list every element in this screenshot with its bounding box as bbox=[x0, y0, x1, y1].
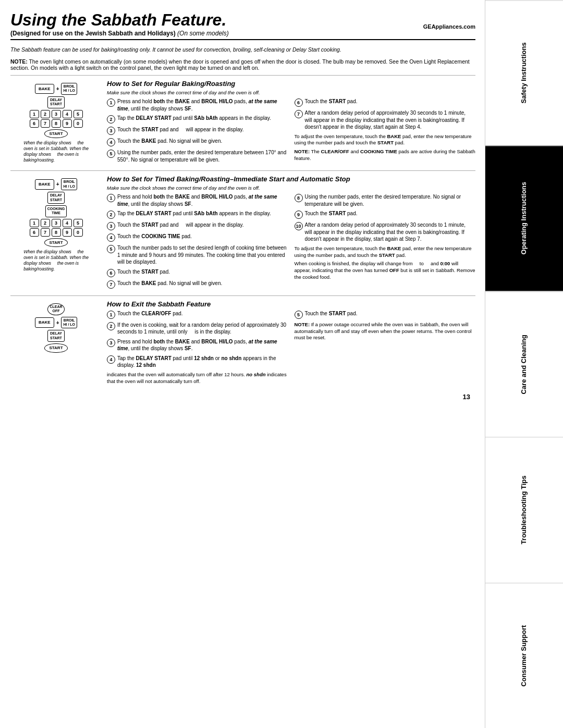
num-6b: 6 bbox=[30, 228, 39, 237]
num-4b: 4 bbox=[63, 219, 72, 227]
plus-3: + bbox=[56, 320, 59, 326]
delay-start-key-2: DELAYSTART bbox=[47, 192, 65, 204]
num-3: 3 bbox=[52, 110, 61, 118]
keypad-diagram-2: BAKE + BROILHI / LO DELAYSTART COOKINGTI… bbox=[23, 178, 89, 272]
delay-start-key-1: DELAYSTART bbox=[47, 96, 65, 108]
step-1-7: 7 After a random delay period of approxi… bbox=[295, 109, 476, 131]
section3-col-right: 5 Touch the START pad. NOTE: If a power … bbox=[295, 310, 476, 387]
num-0: 0 bbox=[74, 119, 83, 128]
step-2-5: 5 Touch the number pads to set the desir… bbox=[107, 244, 288, 266]
intro-note: NOTE: The oven light comes on automatica… bbox=[10, 58, 475, 71]
section3-left: CLEAROFF BAKE + BROILHI / LO DELAYSTART … bbox=[10, 300, 102, 387]
section2-note: Make sure the clock shows the correct ti… bbox=[107, 185, 475, 191]
num-4: 4 bbox=[63, 110, 72, 118]
section1-left: BAKE + BROILHI / LO DELAYSTART 1 2 3 4 5 bbox=[10, 80, 102, 166]
step-2-1: 1 Press and hold both the BAKE and BROIL… bbox=[107, 193, 288, 207]
bake-key-3: BAKE bbox=[35, 317, 54, 328]
plus-2: + bbox=[56, 181, 59, 187]
tab-consumer-support[interactable]: Consumer Support bbox=[485, 583, 563, 728]
num-9b: 9 bbox=[63, 228, 72, 237]
broil-key-3: BROILHI / LO bbox=[61, 317, 77, 329]
keypad-diagram-1: BAKE + BROILHI / LO DELAYSTART 1 2 3 4 5 bbox=[23, 83, 89, 163]
num-9: 9 bbox=[63, 119, 72, 128]
num-0b: 0 bbox=[74, 228, 83, 237]
broil-key-2: BROILHI / LO bbox=[61, 178, 77, 190]
section1-right: How to Set for Regular Baking/Roasting M… bbox=[107, 80, 475, 166]
start-key-3: START bbox=[44, 343, 67, 353]
section3-col-left: 1 Touch the CLEAR/OFF pad. 2 If the oven… bbox=[107, 310, 288, 387]
subtitle: (Designed for use on the Jewish Sabbath … bbox=[10, 30, 475, 37]
page-number: 13 bbox=[10, 393, 475, 401]
start-key-1: START bbox=[44, 129, 67, 139]
section2-heading: How to Set for Timed Baking/Roasting–Imm… bbox=[107, 175, 475, 183]
step-2-3: 3 Touch the START pad and will appear in… bbox=[107, 221, 288, 230]
cooking-time-key: COOKINGTIME bbox=[45, 205, 67, 217]
num-2b: 2 bbox=[41, 219, 50, 227]
section-regular-baking: BAKE + BROILHI / LO DELAYSTART 1 2 3 4 5 bbox=[10, 75, 475, 170]
subtitle-note: (On some models) bbox=[177, 30, 229, 37]
section3-right: How to Exit the Sabbath Feature 1 Touch … bbox=[107, 300, 475, 387]
step-3-5: 5 Touch the START pad. bbox=[295, 310, 476, 319]
num-8: 8 bbox=[52, 119, 61, 128]
step-3-2: 2 If the oven is cooking, wait for a ran… bbox=[107, 322, 288, 336]
num-1: 1 bbox=[30, 110, 39, 118]
ge-url: GEAppliances.com bbox=[423, 23, 475, 30]
delay-start-key-3: DELAYSTART bbox=[47, 330, 65, 342]
step-2-2: 2 Tap the DELAY START pad until SAb bAth… bbox=[107, 210, 288, 219]
section-timed-baking: BAKE + BROILHI / LO DELAYSTART COOKINGTI… bbox=[10, 170, 475, 295]
section1-heading: How to Set for Regular Baking/Roasting bbox=[107, 80, 475, 88]
section1-note: Make sure the clock shows the correct ti… bbox=[107, 90, 475, 95]
section2-note-bottom2: When cooking is finished, the display wi… bbox=[295, 261, 476, 280]
step-2-9: 9 Touch the START pad. bbox=[295, 210, 476, 219]
num-1b: 1 bbox=[30, 219, 39, 227]
keypad-caption-2: When the display shows theoven is set in… bbox=[23, 249, 89, 272]
bake-key-2: BAKE bbox=[35, 179, 54, 190]
tab-troubleshooting[interactable]: Troubleshooting Tips bbox=[485, 437, 563, 582]
num-7: 7 bbox=[41, 119, 50, 128]
num-8b: 8 bbox=[52, 228, 61, 237]
step-2-8: 8 Using the number pads, enter the desir… bbox=[295, 193, 476, 207]
step-3-1: 1 Touch the CLEAR/OFF pad. bbox=[107, 310, 288, 319]
section3-note-left: indicates that the oven will automatical… bbox=[107, 372, 288, 385]
section3-heading: How to Exit the Sabbath Feature bbox=[107, 300, 475, 308]
step-1-5: 5 Using the number pads, enter the desir… bbox=[107, 149, 288, 163]
step-2-4: 4 Touch the COOKING TIME pad. bbox=[107, 233, 288, 242]
step-1-4: 4 Touch the BAKE pad. No signal will be … bbox=[107, 138, 288, 146]
section2-note-bottom1: To adjust the oven temperature, touch th… bbox=[295, 245, 476, 259]
page-header: Using the Sabbath Feature. GEAppliances.… bbox=[10, 10, 475, 40]
keypad-caption-1: When the display shows theoven is set in… bbox=[23, 140, 89, 163]
section1-note-right: To adjust the oven temperature, touch th… bbox=[295, 133, 476, 147]
sidebar-tabs: Safety Instructions Operating Instructio… bbox=[485, 0, 563, 728]
section1-col-right: 6 Touch the START pad. 7 After a random … bbox=[295, 98, 476, 166]
intro-text: The Sabbath feature can be used for baki… bbox=[10, 46, 475, 53]
num-7b: 7 bbox=[41, 228, 50, 237]
step-2-6: 6 Touch the START pad. bbox=[107, 268, 288, 277]
broil-key-1: BROILHI / LO bbox=[61, 83, 77, 95]
num-5: 5 bbox=[74, 110, 83, 118]
section2-col-right: 8 Using the number pads, enter the desir… bbox=[295, 193, 476, 291]
step-1-6: 6 Touch the START pad. bbox=[295, 98, 476, 107]
num-2: 2 bbox=[41, 110, 50, 118]
section-exit-sabbath: CLEAROFF BAKE + BROILHI / LO DELAYSTART … bbox=[10, 295, 475, 391]
tab-operating-instructions[interactable]: Operating Instructions bbox=[485, 145, 563, 291]
step-1-1: 1 Press and hold both the BAKE and BROIL… bbox=[107, 98, 288, 112]
tab-safety-instructions[interactable]: Safety Instructions bbox=[485, 0, 563, 145]
step-2-10: 10 After a random delay period of approx… bbox=[295, 221, 476, 243]
right-sidebar: Safety Instructions Operating Instructio… bbox=[485, 0, 563, 728]
page-title: Using the Sabbath Feature. bbox=[10, 10, 226, 30]
start-key-2: START bbox=[44, 238, 67, 248]
num-3b: 3 bbox=[52, 219, 61, 227]
section1-note-right2: NOTE: The CLEAR/OFF and COOKING TIME pad… bbox=[295, 149, 476, 162]
step-3-3: 3 Press and hold both the BAKE and BROIL… bbox=[107, 338, 288, 352]
plus-1: + bbox=[56, 86, 59, 92]
step-1-3: 3 Touch the START pad and will appear in… bbox=[107, 126, 288, 135]
section2-right: How to Set for Timed Baking/Roasting–Imm… bbox=[107, 175, 475, 291]
keypad-diagram-3: CLEAROFF BAKE + BROILHI / LO DELAYSTART … bbox=[35, 303, 77, 353]
num-6: 6 bbox=[30, 119, 39, 128]
num-5b: 5 bbox=[74, 219, 83, 227]
section2-col-left: 1 Press and hold both the BAKE and BROIL… bbox=[107, 193, 288, 291]
tab-care-cleaning[interactable]: Care and Cleaning bbox=[485, 291, 563, 437]
step-2-7: 7 Touch the BAKE pad. No signal will be … bbox=[107, 280, 288, 289]
step-3-4: 4 Tap the DELAY START pad until 12 shdn … bbox=[107, 355, 288, 369]
bake-key: BAKE bbox=[35, 84, 54, 94]
